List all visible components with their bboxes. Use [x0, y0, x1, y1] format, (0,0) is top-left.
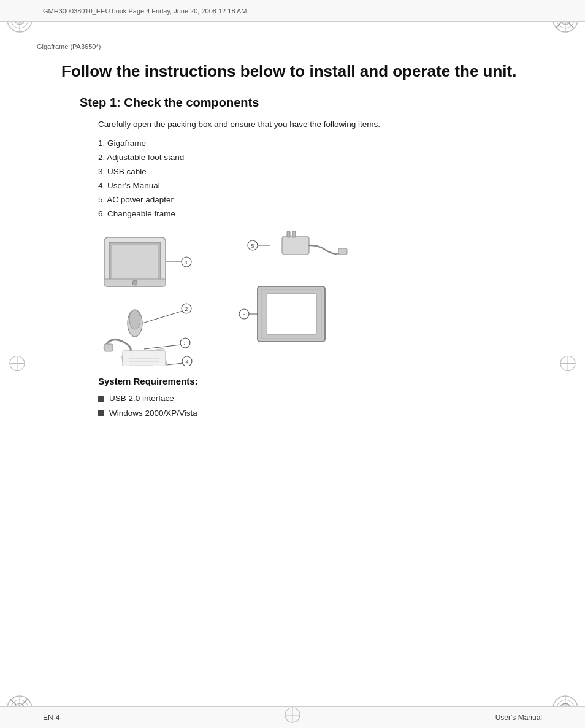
sys-req-section: System Requirements: USB 2.0 interface W…	[98, 376, 548, 421]
step-content: Carefully open the packing box and ensur…	[98, 118, 548, 421]
step1-title: Step 1: Check the components	[80, 96, 548, 110]
top-bar: GMH300038010_EEU.book Page 4 Friday, Jun…	[0, 0, 585, 22]
svg-rect-60	[266, 294, 316, 334]
sys-req-title: System Requirements:	[98, 376, 548, 386]
req-item-usb: USB 2.0 interface	[98, 391, 548, 406]
bullet-icon	[98, 396, 104, 402]
bottom-center-crosshair	[283, 705, 302, 727]
svg-point-30	[132, 280, 137, 285]
req-item-text: USB 2.0 interface	[109, 391, 174, 406]
left-crosshair	[7, 353, 27, 375]
main-content: Follow the instructions below to install…	[61, 55, 548, 697]
req-item-windows: Windows 2000/XP/Vista	[98, 406, 548, 421]
svg-rect-52	[282, 236, 309, 255]
list-item: 2. Adjustable foot stand	[98, 151, 548, 165]
svg-text:4: 4	[185, 359, 188, 365]
svg-rect-55	[338, 248, 347, 255]
header-label: Gigaframe (PA3650*)	[37, 43, 101, 50]
svg-point-35	[129, 310, 140, 329]
components-list: 1. Gigaframe 2. Adjustable foot stand 3.…	[98, 137, 548, 221]
bullet-icon	[98, 410, 104, 416]
intro-text: Carefully open the packing box and ensur…	[98, 118, 548, 131]
svg-text:3: 3	[183, 340, 186, 347]
req-item-text: Windows 2000/XP/Vista	[109, 406, 197, 421]
svg-line-36	[142, 311, 183, 323]
list-item: 5. AC power adapter	[98, 193, 548, 207]
list-item: 4. User's Manual	[98, 179, 548, 193]
svg-text:6: 6	[242, 312, 245, 318]
list-item: 6. Changeable frame	[98, 207, 548, 221]
svg-text:5: 5	[251, 243, 254, 249]
svg-rect-53	[287, 231, 290, 237]
top-bar-text: GMH300038010_EEU.book Page 4 Friday, Jun…	[43, 7, 247, 15]
header-line: Gigaframe (PA3650*)	[37, 43, 548, 53]
svg-line-49	[167, 363, 183, 365]
svg-rect-54	[292, 231, 296, 237]
svg-text:2: 2	[185, 306, 188, 312]
svg-text:1: 1	[185, 259, 188, 266]
list-item: 3. USB cable	[98, 165, 548, 179]
illustration-svg: 1 2	[92, 231, 374, 366]
main-title: Follow the instructions below to install…	[61, 61, 548, 82]
svg-rect-28	[112, 245, 158, 279]
list-item: 1. Gigaframe	[98, 137, 548, 151]
footer-left: EN-4	[43, 713, 59, 722]
components-illustration: 1 2	[92, 231, 374, 366]
right-crosshair	[558, 353, 578, 375]
svg-rect-40	[104, 344, 113, 351]
footer-right: User's Manual	[495, 713, 542, 722]
